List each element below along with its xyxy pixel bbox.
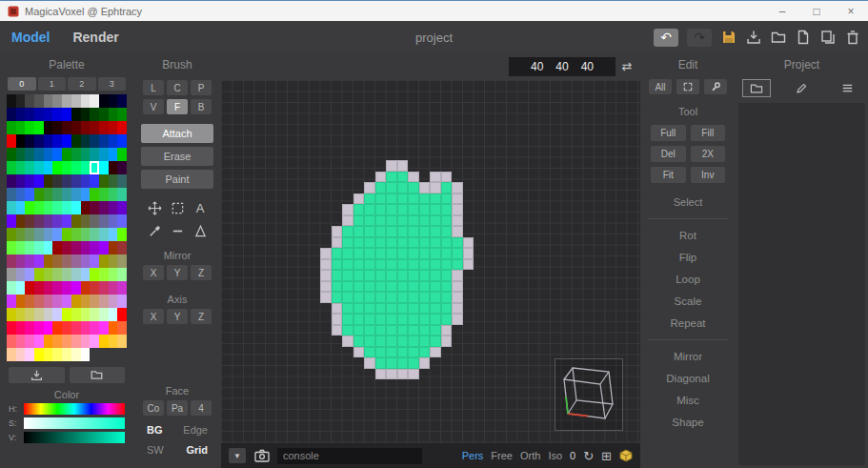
palette-swatch[interactable] — [16, 201, 26, 214]
palette-swatch[interactable] — [71, 94, 81, 108]
palette-swatch[interactable] — [99, 201, 109, 214]
palette-swatch[interactable] — [109, 161, 118, 174]
palette-swatch[interactable] — [25, 348, 34, 361]
picker-tool-button[interactable] — [143, 219, 166, 242]
face-color-button[interactable]: Co — [143, 400, 164, 416]
palette-swatch[interactable] — [62, 228, 71, 241]
palette-swatch[interactable] — [25, 161, 34, 174]
mirror-x-button[interactable]: X — [143, 265, 164, 280]
palette-swatch[interactable] — [99, 335, 109, 348]
palette-swatch[interactable] — [44, 121, 53, 134]
palette-swatch[interactable] — [117, 321, 127, 335]
duplicate-button[interactable] — [819, 30, 836, 46]
tab-render[interactable]: Render — [61, 30, 130, 45]
face-4-button[interactable]: 4 — [191, 400, 212, 416]
palette-swatch[interactable] — [7, 241, 16, 254]
palette-swatch[interactable] — [62, 201, 71, 214]
palette-swatch[interactable] — [7, 174, 16, 188]
console-dropdown-button[interactable]: ▼ — [229, 448, 246, 463]
brush-mode-voxel[interactable]: V — [143, 99, 164, 114]
section-flip[interactable]: Flip — [640, 252, 736, 263]
palette-swatch[interactable] — [34, 174, 44, 188]
palette-swatch[interactable] — [44, 161, 53, 174]
palette-swatch[interactable] — [16, 268, 26, 281]
palette-swatch[interactable] — [90, 308, 99, 321]
palette-swatch[interactable] — [90, 201, 99, 214]
palette-swatch[interactable] — [62, 121, 71, 134]
section-rot[interactable]: Rot — [640, 230, 736, 241]
palette-swatch[interactable] — [81, 281, 91, 295]
palette-swatch[interactable] — [71, 348, 81, 361]
palette-swatch[interactable] — [16, 188, 26, 201]
palette-swatch[interactable] — [25, 241, 34, 254]
palette-swatch[interactable] — [117, 148, 127, 161]
maximize-button[interactable]: □ — [799, 1, 834, 22]
palette-tab-2[interactable]: 2 — [68, 77, 96, 91]
palette-swatch[interactable] — [99, 281, 109, 295]
palette-swatch[interactable] — [117, 188, 127, 201]
palette-swatch[interactable] — [99, 161, 109, 174]
palette-swatch[interactable] — [52, 281, 62, 295]
palette-swatch[interactable] — [16, 148, 26, 161]
minimize-button[interactable]: – — [765, 1, 799, 22]
palette-swatch[interactable] — [52, 148, 62, 161]
project-list-tab[interactable] — [834, 79, 862, 97]
palette-swatch[interactable] — [34, 108, 44, 121]
erase-button[interactable]: Erase — [141, 147, 213, 166]
palette-swatch[interactable] — [25, 321, 34, 335]
palette-swatch[interactable] — [90, 268, 99, 281]
palette-open-button[interactable] — [70, 367, 126, 383]
palette-swatch[interactable] — [71, 295, 81, 308]
palette-swatch[interactable] — [44, 174, 53, 188]
palette-swatch[interactable] — [81, 308, 91, 321]
palette-swatch[interactable] — [44, 335, 53, 348]
view-mode-orth[interactable]: Orth — [520, 450, 540, 461]
axis-y-button[interactable]: Y — [167, 309, 188, 324]
palette-swatch[interactable] — [25, 214, 34, 228]
palette-swatch[interactable] — [16, 108, 26, 121]
palette-swatch[interactable] — [16, 161, 26, 174]
palette-swatch[interactable] — [117, 134, 127, 148]
palette-swatch[interactable] — [44, 188, 53, 201]
palette-swatch[interactable] — [52, 161, 62, 174]
palette-swatch[interactable] — [44, 281, 53, 295]
palette-swatch[interactable] — [71, 134, 81, 148]
palette-swatch[interactable] — [34, 295, 44, 308]
face-paint-button[interactable]: Pa — [167, 400, 188, 416]
palette-swatch[interactable] — [34, 321, 44, 335]
palette-swatch[interactable] — [16, 281, 26, 295]
palette-swatch[interactable] — [16, 335, 26, 348]
palette-swatch[interactable] — [25, 134, 34, 148]
palette-swatch[interactable] — [117, 228, 127, 241]
model-dimensions[interactable]: 40 40 40 — [509, 57, 616, 76]
palette-swatch[interactable] — [117, 121, 127, 134]
line-tool-button[interactable] — [166, 219, 189, 242]
palette-swatch[interactable] — [62, 174, 71, 188]
palette-swatch[interactable] — [25, 228, 34, 241]
palette-swatch[interactable] — [109, 321, 118, 335]
palette-swatch[interactable] — [81, 241, 91, 254]
resize-swap-button[interactable]: ⇄ — [617, 57, 636, 76]
project-brush-tab[interactable] — [788, 79, 817, 97]
palette-swatch[interactable] — [16, 241, 26, 254]
palette-swatch[interactable] — [25, 335, 34, 348]
palette-swatch[interactable] — [44, 308, 53, 321]
palette-swatch[interactable] — [52, 348, 62, 361]
palette-swatch[interactable] — [71, 201, 81, 214]
mirror-z-button[interactable]: Z — [191, 265, 212, 280]
tool-del-button[interactable]: Del — [651, 146, 686, 162]
palette-swatch[interactable] — [44, 108, 53, 121]
palette-swatch[interactable] — [99, 268, 109, 281]
frame-view-button[interactable]: ⊞ — [601, 450, 612, 462]
section-misc[interactable]: Misc — [640, 395, 736, 406]
palette-swatch[interactable] — [109, 335, 118, 348]
palette-swatch[interactable] — [44, 321, 53, 335]
view-cube-gizmo[interactable] — [555, 358, 623, 431]
palette-swatch[interactable] — [52, 134, 62, 148]
palette-swatch[interactable] — [44, 134, 53, 148]
palette-swatch[interactable] — [52, 308, 62, 321]
palette-swatch[interactable] — [52, 321, 62, 335]
tool-2x-button[interactable]: 2X — [691, 146, 726, 162]
palette-swatch[interactable] — [7, 254, 16, 268]
rotate-view-button[interactable]: ↻ — [583, 450, 594, 462]
